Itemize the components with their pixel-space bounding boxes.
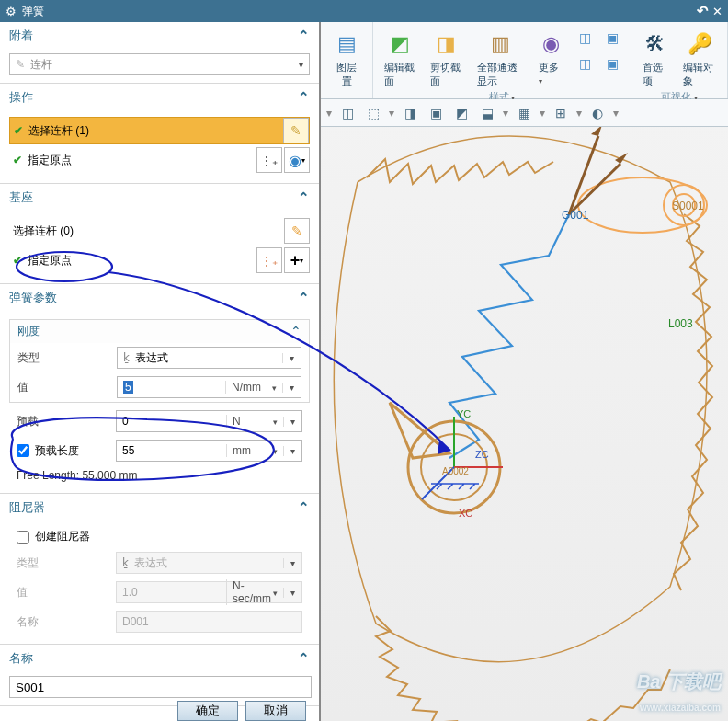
svg-marker-9 xyxy=(615,153,628,164)
stiffness-type-combo[interactable]: 表达式 xyxy=(117,347,301,369)
ok-button[interactable]: 确定 xyxy=(177,701,238,721)
tb-icon[interactable]: ◐ xyxy=(587,103,608,123)
chevron-down-icon xyxy=(283,558,301,568)
ribbon-edit-obj[interactable]: 🔑编辑对象 xyxy=(676,24,723,90)
section-damper-header[interactable]: 阻尼器 xyxy=(0,494,319,521)
point-dialog-button[interactable] xyxy=(256,147,282,173)
caret-icon xyxy=(298,89,310,106)
caret-icon xyxy=(298,28,310,44)
stiffness-unit: N/mm xyxy=(232,381,261,394)
tb-icon[interactable]: ⊞ xyxy=(551,103,571,123)
cancel-button[interactable]: 取消 xyxy=(245,701,306,721)
close-icon[interactable] xyxy=(712,5,722,18)
tb-icon[interactable]: ◨ xyxy=(400,103,420,123)
caret-icon xyxy=(298,499,310,516)
section-attach-title: 附着 xyxy=(9,28,33,44)
damper-type-combo: 表达式 xyxy=(116,552,302,574)
base-select-link-row: 选择连杆 (0) xyxy=(9,217,310,245)
svg-text:L003: L003 xyxy=(668,317,693,330)
cube1-icon[interactable]: ◫ xyxy=(575,28,596,50)
section-ops-header[interactable]: 操作 xyxy=(0,84,319,111)
stiffness-header[interactable]: 刚度 xyxy=(10,320,309,343)
section-spring-header[interactable]: 弹簧参数 xyxy=(0,284,319,312)
stiffness-type-value: 表达式 xyxy=(135,351,168,364)
op-select-link-label: 选择连杆 (1) xyxy=(28,123,89,139)
damper-value: 1.0 xyxy=(117,586,226,599)
ribbon-show-all[interactable]: ▥全部通透显示 xyxy=(470,24,531,90)
section-damper-title: 阻尼器 xyxy=(9,499,45,516)
chevron-down-icon xyxy=(282,353,301,363)
stiffness-value-input[interactable]: 5 N/mm xyxy=(117,376,301,398)
viewport[interactable]: ▤图层置 ◩编辑截面 ◨剪切截面 ▥全部通透显示 ◉更多 ◫ ◫ ▣ ▣ xyxy=(321,22,728,721)
preload-label: 预载 xyxy=(17,414,108,429)
pick-link-button[interactable] xyxy=(284,218,310,244)
tb-icon[interactable]: ▦ xyxy=(514,103,534,123)
pencil-icon xyxy=(16,58,30,71)
base-specify-origin-row: 指定原点 ▾ xyxy=(9,246,310,274)
section-name-header[interactable]: 名称 xyxy=(0,645,319,672)
plus-button[interactable]: ▾ xyxy=(284,247,310,273)
preload-value-input[interactable]: 0 N xyxy=(116,410,302,432)
create-damper-label: 创建阻尼器 xyxy=(35,529,90,544)
tb-icon[interactable]: ◫ xyxy=(337,103,358,123)
tb-icon[interactable]: ◩ xyxy=(451,103,472,123)
spring-name-input[interactable] xyxy=(9,676,312,698)
op-select-link-row[interactable]: 选择连杆 (1) xyxy=(9,117,310,144)
section-attach-header[interactable]: 附着 xyxy=(0,22,319,50)
ribbon-edit-section[interactable]: ◩编辑截面 xyxy=(377,24,423,90)
caret-icon xyxy=(298,290,310,306)
inferred-point-button[interactable]: ▾ xyxy=(284,147,310,173)
section-base-title: 基座 xyxy=(9,189,33,206)
tb-icon[interactable]: ⬚ xyxy=(363,103,383,123)
model-canvas: G001 S0001 L003 YC XC ZC A0002 xyxy=(321,127,728,721)
damper-type-label: 类型 xyxy=(17,555,108,571)
svg-text:YC: YC xyxy=(457,408,471,419)
ribbon-prefs[interactable]: 🛠首选项 xyxy=(635,24,676,90)
ribbon-cut-section[interactable]: ◨剪切截面 xyxy=(423,24,469,90)
svg-marker-11 xyxy=(591,127,602,136)
damper-value-label: 值 xyxy=(17,585,108,601)
stiffness-title: 刚度 xyxy=(17,324,40,339)
svg-text:S0001: S0001 xyxy=(672,200,704,212)
damper-unit: N-sec/mm xyxy=(233,579,273,605)
damper-name-input: D001 xyxy=(116,611,302,633)
toolbar-secondary: ▾ ◫ ⬚ ▾ ◨ ▣ ◩ ⬓ ▾ ▦ ▾ ⊞ ▾ ◐ ▾ xyxy=(321,99,728,127)
section-name-title: 名称 xyxy=(9,650,33,667)
svg-text:A0002: A0002 xyxy=(442,466,469,476)
chevron-down-icon xyxy=(299,58,303,71)
check-icon xyxy=(13,254,22,267)
check-icon xyxy=(14,124,23,137)
preload-value: 0 xyxy=(117,415,226,428)
svg-text:G001: G001 xyxy=(562,209,589,222)
op-specify-origin-row: 指定原点 ▾ xyxy=(9,146,310,174)
section-base-header[interactable]: 基座 xyxy=(0,184,319,212)
ribbon: ▤图层置 ◩编辑截面 ◨剪切截面 ▥全部通透显示 ◉更多 ◫ ◫ ▣ ▣ xyxy=(321,22,728,99)
section-ops-title: 操作 xyxy=(9,89,33,106)
stiffness-value: 5 xyxy=(123,381,133,394)
free-length-text: Free Length: 55.000 mm xyxy=(9,465,310,486)
tb-icon[interactable]: ▣ xyxy=(426,103,446,123)
preload-unit: N xyxy=(233,415,241,428)
tb-icon[interactable]: ⬓ xyxy=(477,103,497,123)
cube4-icon[interactable]: ▣ xyxy=(603,53,623,75)
damper-value-input: 1.0 N-sec/mm xyxy=(116,581,302,603)
caret-icon xyxy=(290,324,301,339)
create-damper-checkbox[interactable] xyxy=(17,531,29,544)
gear-icon xyxy=(6,5,17,18)
damper-type-value: 表达式 xyxy=(134,556,167,569)
ribbon-more[interactable]: ◉更多 xyxy=(531,24,572,90)
preload-length-checkbox[interactable] xyxy=(17,444,29,457)
expression-icon xyxy=(122,556,134,569)
damper-name-label: 名称 xyxy=(17,614,108,630)
chevron-down-icon xyxy=(282,383,301,393)
preload-length-input[interactable]: 55 mm xyxy=(116,440,302,462)
cube2-icon[interactable]: ◫ xyxy=(575,53,596,75)
point-dialog-button[interactable] xyxy=(256,247,282,273)
cube3-icon[interactable]: ▣ xyxy=(603,28,623,50)
property-panel: 附着 连杆 操作 选择连杆 (1) xyxy=(0,22,321,721)
attach-combo[interactable]: 连杆 xyxy=(9,53,310,75)
ribbon-layer[interactable]: ▤图层置 xyxy=(324,24,369,90)
pick-link-button[interactable] xyxy=(283,118,309,143)
undo-icon[interactable] xyxy=(697,3,709,19)
svg-line-8 xyxy=(569,164,620,214)
